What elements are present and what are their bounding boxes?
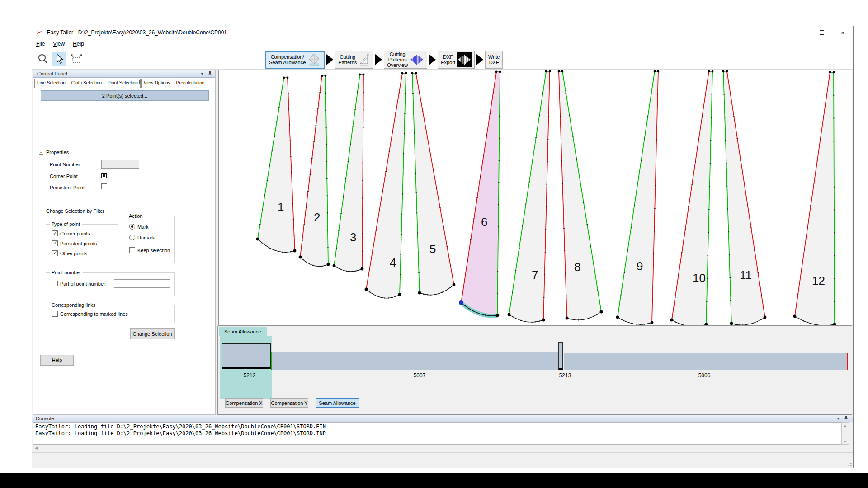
point-number-input[interactable]: [101, 160, 139, 169]
selected-point[interactable]: [459, 300, 463, 305]
selection-banner[interactable]: 2 Point(s) selected...: [41, 90, 209, 101]
console-log[interactable]: EasyTailor: Loading file D:\2_Projekte\E…: [33, 422, 841, 445]
select-tool-button[interactable]: [52, 52, 66, 66]
piece-3[interactable]: [334, 75, 363, 272]
corner-point[interactable]: [712, 70, 714, 73]
pin-icon[interactable]: [208, 71, 212, 76]
piece-2[interactable]: [300, 76, 328, 266]
collapse-icon[interactable]: −: [39, 209, 43, 213]
tab-cloth-selection[interactable]: Cloth Selection: [69, 79, 104, 88]
close-button[interactable]: ×: [832, 26, 853, 39]
corner-point[interactable]: [287, 77, 289, 79]
corner-point[interactable]: [558, 70, 560, 73]
control-panel-header[interactable]: Control Panel ▼: [33, 70, 215, 78]
console-horizontal-scrollbar[interactable]: ◀: [33, 445, 849, 451]
corner-point[interactable]: [415, 72, 417, 75]
corner-point[interactable]: [670, 319, 674, 322]
persistent-point-checkbox[interactable]: [101, 183, 107, 189]
mark-radio-row[interactable]: Mark: [129, 224, 148, 230]
seam-tab-compensation-y[interactable]: Compensation Y: [270, 398, 308, 408]
persistent-points-checkbox[interactable]: [52, 240, 58, 246]
corner-point[interactable]: [405, 72, 407, 75]
corner-point[interactable]: [299, 256, 302, 259]
properties-section-header[interactable]: − Properties: [39, 150, 69, 155]
seam-tab-compensation-x[interactable]: Compensation X: [225, 398, 263, 408]
corner-point[interactable]: [708, 70, 710, 73]
corner-point[interactable]: [545, 70, 547, 73]
corner-point[interactable]: [654, 70, 656, 73]
corner-point[interactable]: [657, 70, 660, 73]
point-number-filter-input[interactable]: [114, 279, 170, 288]
corner-point[interactable]: [542, 319, 545, 322]
pin-icon[interactable]: [844, 416, 849, 421]
corresponding-to-marked-lines-checkbox[interactable]: [52, 311, 58, 317]
menu-view[interactable]: View: [49, 40, 69, 48]
unmark-radio-row[interactable]: Unmark: [129, 235, 155, 240]
console-vertical-scrollbar[interactable]: ▲ ▼: [841, 422, 849, 445]
seam-box-5212[interactable]: [222, 343, 271, 369]
corner-point[interactable]: [726, 70, 728, 73]
corner-point[interactable]: [764, 316, 767, 319]
change-selection-button[interactable]: Change Selection: [130, 328, 175, 339]
corner-point[interactable]: [283, 77, 285, 79]
menu-file[interactable]: File: [32, 40, 49, 48]
piece-9[interactable]: [618, 71, 658, 324]
scroll-left-icon[interactable]: ◀: [35, 446, 38, 450]
piece-12[interactable]: [795, 72, 835, 325]
corner-point[interactable]: [361, 267, 364, 271]
resize-grip-icon[interactable]: [847, 461, 852, 467]
minimize-button[interactable]: –: [791, 26, 811, 39]
corner-point[interactable]: [793, 315, 797, 318]
part-of-point-number-checkbox[interactable]: [52, 281, 58, 286]
corner-point[interactable]: [722, 70, 725, 73]
seam-box-5213[interactable]: [558, 342, 563, 370]
part-of-point-number-row[interactable]: Part of point number:: [52, 281, 107, 286]
unmark-radio[interactable]: [129, 235, 135, 240]
other-points-row[interactable]: Other points: [52, 250, 87, 256]
corner-point[interactable]: [829, 71, 831, 74]
corner-point[interactable]: [549, 70, 551, 73]
corner-point[interactable]: [363, 74, 365, 76]
workflow-write-dxf-button[interactable]: WriteDXF: [485, 51, 503, 69]
corner-point[interactable]: [566, 317, 569, 320]
corner-point[interactable]: [508, 313, 511, 316]
workflow-cutting-patterns-overview-button[interactable]: CuttingPatternsOverview: [384, 51, 427, 69]
corner-point[interactable]: [453, 283, 456, 286]
keep-selection-checkbox[interactable]: [129, 247, 135, 253]
corresponding-to-marked-lines-row[interactable]: Corresponding to marked lines: [52, 311, 128, 317]
corner-point[interactable]: [833, 71, 835, 74]
corner-point[interactable]: [327, 263, 330, 266]
piece-11[interactable]: [723, 71, 765, 325]
corner-points-checkbox[interactable]: [52, 230, 58, 236]
corner-point[interactable]: [616, 316, 619, 319]
piece-8[interactable]: [559, 71, 601, 320]
corner-point[interactable]: [321, 75, 323, 77]
tab-line-selection[interactable]: Line Selection: [34, 79, 68, 88]
corner-point[interactable]: [411, 72, 414, 75]
mark-radio[interactable]: [129, 224, 135, 230]
corner-point[interactable]: [561, 70, 564, 73]
corner-point[interactable]: [730, 322, 733, 325]
marquee-select-tool-button[interactable]: [68, 52, 85, 66]
corner-point-checkbox[interactable]: [101, 173, 107, 178]
piece-7[interactable]: [509, 71, 550, 322]
seam-tab-seam-allowance[interactable]: Seam Allowance: [316, 398, 359, 408]
zoom-tool-button[interactable]: [36, 52, 50, 66]
seam-box-5006[interactable]: [564, 353, 848, 370]
corner-point[interactable]: [499, 71, 501, 73]
other-points-checkbox[interactable]: [52, 250, 58, 256]
corner-point[interactable]: [495, 71, 498, 73]
scroll-down-icon[interactable]: ▼: [842, 440, 849, 443]
console-header[interactable]: Console ▼: [32, 415, 853, 422]
maximize-button[interactable]: [811, 26, 832, 39]
corner-point[interactable]: [418, 291, 421, 295]
corner-point[interactable]: [293, 249, 297, 253]
collapse-icon[interactable]: −: [39, 150, 43, 155]
tab-precalculation[interactable]: Precalculation: [174, 79, 208, 88]
corner-point[interactable]: [401, 72, 404, 75]
chevron-down-icon[interactable]: ▼: [836, 417, 840, 421]
piece-10[interactable]: [672, 71, 712, 325]
corner-points-row[interactable]: Corner points: [52, 230, 90, 236]
corner-point[interactable]: [398, 293, 401, 296]
keep-selection-row[interactable]: Keep selection: [129, 247, 170, 253]
